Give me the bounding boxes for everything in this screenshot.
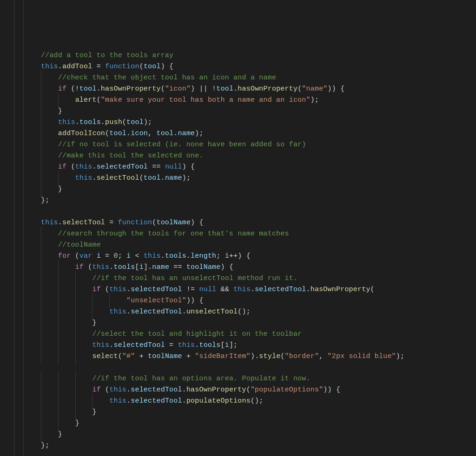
code-token-func: hasOwnProperty — [311, 286, 370, 293]
code-line[interactable]: if (!tool.hasOwnProperty("icon") || !too… — [0, 84, 476, 95]
code-token-punct: . — [233, 85, 238, 93]
code-token-func: selectTool — [97, 174, 139, 182]
code-token-punct: == — [148, 163, 165, 171]
code-line[interactable]: this.tools.push(tool); — [0, 117, 476, 128]
code-token-punct: ); — [396, 352, 404, 360]
code-line[interactable]: } — [0, 418, 476, 429]
code-line[interactable]: //select the tool and highlight it on th… — [0, 329, 476, 340]
code-token-punct: }; — [41, 442, 49, 449]
code-token-ident: selectedTool — [255, 286, 306, 293]
code-line[interactable]: //search through the tools for one that'… — [0, 228, 476, 240]
code-token-ident: length — [191, 252, 216, 260]
code-token-keyword: this — [58, 118, 75, 126]
code-token-func: hasOwnProperty — [101, 85, 161, 93]
indent-guide — [75, 407, 93, 418]
code-token-str: "#" — [122, 352, 135, 360]
indent-guide — [41, 418, 58, 429]
code-token-punct: . — [195, 341, 199, 349]
code-token-control: if — [92, 386, 100, 394]
code-line[interactable]: if (this.selectedTool.hasOwnProperty("po… — [0, 384, 476, 396]
code-token-punct: = — [101, 252, 114, 260]
code-line[interactable]: //make this tool the selected one. — [0, 150, 476, 162]
indent-guide — [41, 340, 58, 351]
indent-guide — [41, 407, 58, 418]
indent-guide — [58, 329, 75, 340]
code-line[interactable]: alert("make sure your tool has both a na… — [0, 95, 476, 106]
code-token-punct: ++) { — [229, 252, 251, 260]
code-line[interactable]: if (this.selectedTool != null && this.se… — [0, 284, 476, 295]
indent-guide — [58, 284, 75, 295]
code-token-punct: ( — [370, 286, 375, 293]
code-line[interactable]: if (this.selectedTool == null) { — [0, 162, 476, 173]
code-token-keyword: this — [109, 286, 126, 293]
indent-guide — [41, 184, 58, 195]
code-token-control: for — [58, 252, 71, 260]
code-token-punct: ( — [161, 85, 165, 93]
code-line[interactable]: this.addTool = function(tool) { — [0, 61, 476, 72]
indent-guide — [58, 262, 75, 273]
code-token-func: hasOwnProperty — [238, 85, 298, 93]
code-editor[interactable]: //add a tool to the tools arraythis.addT… — [0, 0, 476, 456]
code-token-punct: ( — [139, 63, 144, 71]
code-line[interactable]: //toolName — [0, 240, 476, 251]
indent-guide — [58, 373, 75, 384]
indent-guide — [58, 418, 75, 429]
code-token-num: 0 — [113, 252, 118, 260]
code-line[interactable]: } — [0, 318, 476, 329]
code-line[interactable]: } — [0, 429, 476, 440]
code-token-punct: [ — [221, 341, 225, 349]
indent-guide — [41, 284, 58, 295]
indent-guide — [41, 351, 58, 362]
indent-guide — [58, 173, 75, 184]
indent-guide — [41, 429, 58, 440]
code-line[interactable]: this.selectTool(tool.name); — [0, 173, 476, 184]
code-token-ident: selectedTool — [97, 163, 148, 171]
indent-guide — [41, 162, 58, 173]
indent-guide — [75, 329, 93, 340]
code-line[interactable]: } — [0, 106, 476, 117]
code-line[interactable]: } — [0, 184, 476, 195]
code-token-punct: ( — [246, 386, 251, 394]
indent-guide — [58, 318, 75, 329]
code-line[interactable]: this.selectedTool.unselectTool(); — [0, 306, 476, 318]
code-token-punct: + — [182, 352, 195, 360]
code-token-ident: tools — [199, 341, 221, 349]
code-line[interactable] — [0, 206, 476, 217]
code-token-punct: . — [182, 386, 186, 394]
code-line[interactable]: //check that the object tool has an icon… — [0, 72, 476, 84]
code-line[interactable]: "unselectTool")) { — [0, 295, 476, 306]
code-line[interactable]: } — [0, 407, 476, 418]
indent-guide — [58, 384, 75, 396]
indent-guide — [41, 262, 58, 273]
code-line[interactable]: for (var i = 0; i < this.tools.length; i… — [0, 251, 476, 262]
code-token-punct: + — [135, 352, 148, 360]
code-token-punct: ( — [118, 352, 122, 360]
code-line[interactable]: if (this.tools[i].name == toolName) { — [0, 262, 476, 273]
code-line[interactable]: //add a tool to the tools array — [0, 50, 476, 61]
code-line[interactable] — [0, 362, 476, 373]
code-token-comment: //toolName — [58, 241, 101, 249]
code-token-keyword: this — [75, 163, 93, 171]
code-line[interactable]: }; — [0, 440, 476, 451]
code-line[interactable]: this.selectTool = function(toolName) { — [0, 217, 476, 228]
code-token-punct: } — [92, 408, 96, 416]
code-container[interactable]: //add a tool to the tools arraythis.addT… — [0, 50, 476, 451]
code-line[interactable]: addToolIcon(tool.icon, tool.name); — [0, 128, 476, 139]
indent-guide — [75, 306, 93, 318]
code-line[interactable]: //if the tool has an options area. Popul… — [0, 373, 476, 384]
indent-guide — [41, 251, 58, 262]
code-token-keyword: function — [105, 63, 139, 71]
code-token-ident: tool — [216, 85, 233, 93]
code-token-punct: = — [92, 63, 105, 71]
code-token-punct: && — [216, 286, 233, 293]
code-line[interactable]: select("#" + toolName + "sideBarItem").s… — [0, 351, 476, 362]
code-line[interactable]: this.selectedTool = this.tools[i]; — [0, 340, 476, 351]
indent-guide — [75, 396, 93, 407]
code-line[interactable]: //if no tool is selected (ie. none have … — [0, 139, 476, 150]
code-line[interactable]: }; — [0, 195, 476, 206]
code-line[interactable]: this.selectedTool.populateOptions(); — [0, 396, 476, 407]
code-token-const: null — [199, 286, 217, 293]
code-token-punct: ) { — [221, 263, 234, 271]
code-token-punct: . — [186, 252, 191, 260]
code-line[interactable]: //if the tool has an unselectTool method… — [0, 273, 476, 284]
